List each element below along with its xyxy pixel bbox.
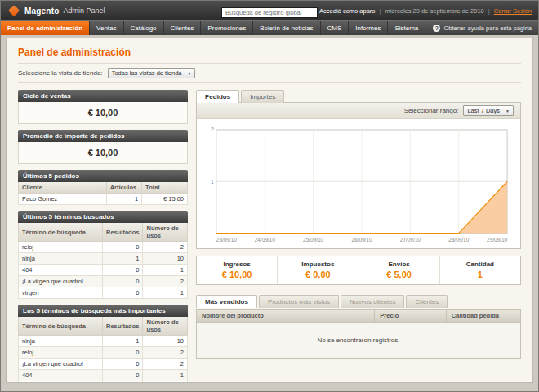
- cell-term: ¡La virgen que cuadro!: [19, 359, 103, 370]
- help-icon: ?: [433, 24, 440, 32]
- cell-term: reloj: [19, 347, 103, 359]
- stat-cantidad: Cantidad 1: [440, 256, 520, 284]
- lifetime-sales-panel: Ciclo de ventas € 10,00: [18, 90, 188, 124]
- logo-text: Magento: [24, 7, 60, 16]
- tab-importes[interactable]: Importes: [241, 90, 284, 103]
- column-header: Cliente: [19, 182, 107, 194]
- cell-uses: 2: [143, 359, 188, 370]
- magento-admin-window: Magento Admin Panel Accedió como aparo |…: [0, 0, 539, 392]
- lifetime-sales-value: € 10,00: [18, 102, 188, 124]
- cell-uses: 10: [143, 336, 188, 347]
- column-header: Artículos: [106, 182, 141, 194]
- svg-text:29/09/10: 29/09/10: [487, 237, 507, 243]
- chart-wrap: 1223/09/1024/09/1025/09/1026/09/1027/09/…: [197, 119, 520, 248]
- svg-text:1: 1: [211, 179, 214, 185]
- table-row[interactable]: Paco Gomez 1 € 15,00: [19, 194, 188, 205]
- nav-item-catalogo[interactable]: Catálogo: [124, 21, 164, 35]
- tab-productos-mas-vistos[interactable]: Productos más vistos: [259, 295, 339, 308]
- divider: [18, 63, 521, 64]
- table-row[interactable]: virge 0 1: [19, 381, 188, 384]
- table-row[interactable]: virgen 0 1: [19, 287, 188, 299]
- table-row[interactable]: reloj 0 2: [19, 347, 188, 359]
- session-info: Accedió como aparo | miércoles 29 de sep…: [318, 7, 532, 15]
- panel-title: Ciclo de ventas: [18, 90, 188, 102]
- column-header: Término de búsqueda: [19, 223, 103, 242]
- chevron-down-icon: ▼: [506, 109, 510, 114]
- nav-item-dashboard[interactable]: Panel de administración: [1, 21, 90, 35]
- table-row[interactable]: ninja 1 10: [19, 336, 188, 347]
- content-area: Panel de administración Seleccione la vi…: [6, 38, 533, 383]
- range-label: Seleccionar rango:: [404, 107, 459, 114]
- stat-value: € 5,00: [359, 270, 439, 279]
- cell-term: virgen: [19, 287, 103, 299]
- cell-uses: 2: [143, 276, 188, 287]
- nav-item-sistema[interactable]: Sistema: [388, 21, 425, 35]
- nav-item-ventas[interactable]: Ventas: [90, 21, 123, 35]
- table-row[interactable]: 404 0 1: [19, 370, 188, 381]
- cell-uses: 1: [143, 265, 188, 276]
- grid-tabs: Más vendidos Productos más vistos Nuevos…: [196, 295, 521, 308]
- stat-label: Cantidad: [440, 261, 520, 268]
- svg-text:2: 2: [211, 127, 214, 132]
- cell-uses: 2: [143, 347, 188, 359]
- svg-text:24/09/10: 24/09/10: [255, 237, 275, 243]
- table-row[interactable]: reloj 0 2: [19, 242, 188, 253]
- range-select[interactable]: Last 7 Days ▼: [463, 105, 514, 116]
- cell-results: 0: [103, 265, 143, 276]
- cell-uses: 1: [143, 287, 188, 299]
- table-row[interactable]: ¡La virgen que cuadro! 0 2: [19, 359, 188, 370]
- cell-customer: Paco Gomez: [19, 194, 107, 205]
- cell-uses: 1: [143, 381, 188, 384]
- column-header: Resultados: [103, 317, 143, 336]
- tab-pedidos[interactable]: Pedidos: [196, 90, 239, 103]
- logo-subtitle: Admin Panel: [64, 7, 105, 15]
- cell-results: 0: [103, 276, 143, 287]
- average-order-panel: Promedio de importe de pedidos € 10,00: [18, 130, 188, 164]
- tab-mas-vendidos[interactable]: Más vendidos: [196, 295, 257, 308]
- separator: |: [488, 7, 490, 15]
- tab-nuevos-clientes[interactable]: Nuevos clientes: [341, 295, 404, 308]
- cell-results: 0: [103, 359, 143, 370]
- cell-uses: 1: [143, 370, 188, 381]
- stat-value: € 10,00: [197, 270, 277, 279]
- separator: |: [379, 7, 381, 15]
- store-view-value: Todas las vistas de tienda: [112, 69, 182, 77]
- logout-link[interactable]: Cerrar Sesión: [494, 7, 532, 15]
- column-header: Número de usos: [143, 223, 188, 242]
- cell-term: ninja: [19, 253, 103, 265]
- last-search-terms-panel: Últimos 5 términos buscados Término de b…: [18, 211, 188, 299]
- global-search-input[interactable]: [221, 7, 318, 18]
- stat-label: Envíos: [359, 261, 439, 268]
- panel-title: Últimos 5 términos buscados: [18, 211, 188, 223]
- main-nav: Panel de administración Ventas Catálogo …: [1, 20, 538, 35]
- nav-item-informes[interactable]: Informes: [349, 21, 388, 35]
- stat-label: Ingresos: [197, 261, 277, 268]
- last-orders-table: Cliente Artículos Total Paco Gomez 1 € 1…: [18, 182, 188, 205]
- cell-results: 1: [103, 253, 143, 265]
- column-header: Precio: [375, 310, 446, 323]
- top-header: Magento Admin Panel Accedió como aparo |…: [1, 1, 538, 20]
- store-view-select[interactable]: Todas las vistas de tienda ▼: [108, 68, 196, 78]
- range-value: Last 7 Days: [467, 107, 500, 114]
- cell-uses: 2: [143, 242, 188, 253]
- stat-label: Impuestos: [278, 261, 358, 268]
- panel-title: Últimos 5 pedidos: [18, 170, 188, 182]
- table-row[interactable]: ninja 1 10: [19, 253, 188, 265]
- svg-text:25/09/10: 25/09/10: [303, 237, 323, 243]
- table-row[interactable]: ¡La virgen que cuadro! 0 2: [19, 276, 188, 287]
- page-help-link[interactable]: ? Obtener ayuda para esta página: [426, 21, 538, 35]
- table-row[interactable]: 404 0 1: [19, 265, 188, 276]
- nav-item-clientes[interactable]: Clientes: [164, 21, 202, 35]
- nav-item-boletin[interactable]: Boletín de noticias: [253, 21, 320, 35]
- dashboard-left-column: Ciclo de ventas € 10,00 Promedio de impo…: [18, 90, 188, 383]
- nav-item-promociones[interactable]: Promociones: [201, 21, 253, 35]
- svg-text:26/09/10: 26/09/10: [351, 237, 372, 243]
- cell-term: 404: [19, 265, 103, 276]
- tab-clientes[interactable]: Clientes: [406, 295, 448, 308]
- top-search-terms-panel: Los 5 términos de búsqueda más important…: [18, 305, 188, 383]
- nav-item-cms[interactable]: CMS: [321, 21, 350, 35]
- help-label: Obtener ayuda para esta página: [443, 24, 532, 32]
- last-orders-panel: Últimos 5 pedidos Cliente Artículos Tota…: [18, 170, 188, 205]
- cell-results: 0: [103, 242, 143, 253]
- range-bar: Seleccionar rango: Last 7 Days ▼: [197, 103, 520, 119]
